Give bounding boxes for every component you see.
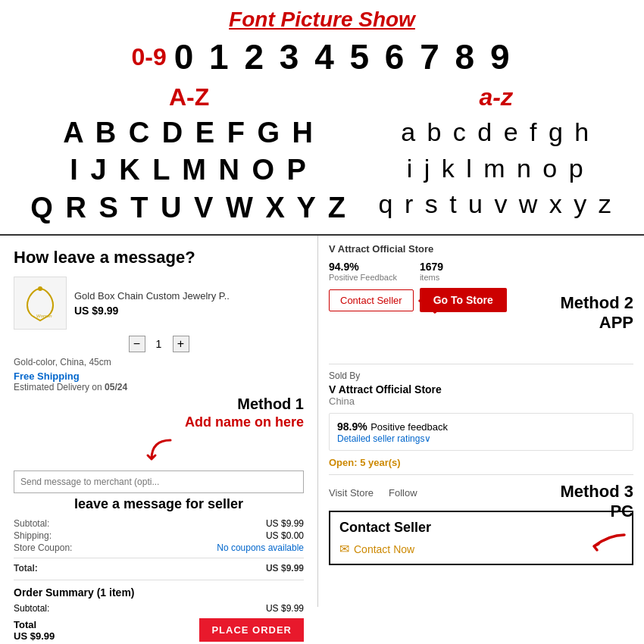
feedback-label: Positive Feedback xyxy=(329,273,397,282)
items-stat: 1679 items xyxy=(420,261,443,282)
leave-message-label: leave a message for seller xyxy=(14,496,304,512)
subtotal-row: Subtotal: US $9.99 xyxy=(14,518,304,529)
uppercase-label: A-Z xyxy=(30,83,348,111)
feedback-box-label: Positive feedback xyxy=(370,421,448,433)
digits-label: 0-9 xyxy=(131,43,166,71)
svg-text:Women: Women xyxy=(36,314,52,318)
order-details: Subtotal: US $9.99 Shipping: US $0.00 St… xyxy=(14,518,304,574)
items-count: 1679 xyxy=(420,261,443,273)
letters-section: A-Z A B C D E F G H I J K L M N O P Q R … xyxy=(15,83,629,227)
feedback-box-content: 98.9% Positive feedback xyxy=(337,420,625,433)
qty-increase-button[interactable]: + xyxy=(173,336,189,352)
uppercase-chars: A B C D E F G H I J K L M N O P Q R S T … xyxy=(30,114,348,227)
method1-title: Method 1 xyxy=(185,395,304,413)
summary-subtotal-row: Subtotal: US $9.99 xyxy=(14,603,304,614)
font-title: Font Picture Show xyxy=(15,8,629,32)
product-image: Women xyxy=(20,283,61,324)
right-panel: V Attract Official Store 94.9% Positive … xyxy=(318,236,644,607)
method2-area: Method 2 APP xyxy=(329,320,633,358)
coupon-row: Store Coupon: No coupons available xyxy=(14,542,304,553)
product-info: Gold Box Chain Custom Jewelry P.. US $9.… xyxy=(74,290,230,317)
method3-arrow xyxy=(564,527,639,558)
message-input[interactable] xyxy=(14,470,304,493)
method1-arrow xyxy=(14,436,304,470)
method2-title: Method 2 xyxy=(560,293,633,313)
shipping-row: Shipping: US $0.00 xyxy=(14,530,304,541)
qty-value: 1 xyxy=(152,338,167,350)
summary-total-row: Total US $9.99 PLACE ORDER xyxy=(14,618,304,642)
sold-by-section: Sold By V Attract Official Store China xyxy=(329,370,633,407)
summary-total-price: US $9.99 xyxy=(14,630,55,642)
lowercase-chars: a b c d e f g h i j k l m n o p q r s t … xyxy=(379,114,614,223)
store-name: V Attract Official Store xyxy=(329,243,633,255)
qty-decrease-button[interactable]: − xyxy=(129,336,145,352)
total-row: Total: US $9.99 xyxy=(14,563,304,574)
sold-by-title: Sold By xyxy=(329,370,633,381)
store-stats: 94.9% Positive Feedback 1679 items xyxy=(329,261,633,282)
lowercase-label: a-z xyxy=(379,83,614,111)
feedback-box: 98.9% Positive feedback Detailed seller … xyxy=(329,413,633,451)
visit-store-link[interactable]: Visit Store xyxy=(329,487,374,499)
lowercase-col: a-z a b c d e f g h i j k l m n o p q r … xyxy=(379,83,614,223)
email-icon: ✉ xyxy=(339,542,349,556)
how-title: How leave a message? xyxy=(14,248,304,267)
sold-by-store: V Attract Official Store xyxy=(329,383,633,395)
estimated-delivery: Estimated Delivery on 05/24 xyxy=(14,382,304,392)
svg-point-1 xyxy=(38,286,42,291)
method3-title: Method 3 xyxy=(560,482,633,502)
top-section: Font Picture Show 0-9 0 1 2 3 4 5 6 7 8 … xyxy=(0,0,644,236)
method2-subtitle: APP xyxy=(560,313,633,333)
method2-arrow xyxy=(359,297,450,335)
digits-chars: 0 1 2 3 4 5 6 7 8 9 xyxy=(174,36,513,77)
method1-subtitle: Add name on here xyxy=(185,414,304,430)
feedback-stat: 94.9% Positive Feedback xyxy=(329,261,397,282)
contact-now-link[interactable]: Contact Now xyxy=(354,543,414,555)
contact-seller-box: Contact Seller ✉ Contact Now xyxy=(329,511,633,565)
left-panel: How leave a message? Women Gold Box Chai… xyxy=(0,236,318,607)
uppercase-col: A-Z A B C D E F G H I J K L M N O P Q R … xyxy=(30,83,348,227)
quantity-row: − 1 + xyxy=(14,336,304,352)
product-name: Gold Box Chain Custom Jewelry P.. xyxy=(74,290,230,302)
summary-total-label: Total xyxy=(14,619,55,630)
feedback-box-pct: 98.9% xyxy=(337,420,367,433)
digits-row: 0-9 0 1 2 3 4 5 6 7 8 9 xyxy=(15,36,629,77)
order-summary-title: Order Summary (1 item) xyxy=(14,586,304,599)
open-years-value: 5 year(s) xyxy=(360,457,400,468)
variant-text: Gold-color, China, 45cm xyxy=(14,357,304,367)
delivery-date: 05/24 xyxy=(105,382,127,392)
free-shipping: Free Shipping xyxy=(14,370,304,382)
feedback-pct: 94.9% xyxy=(329,261,397,273)
items-label: items xyxy=(420,273,443,282)
follow-link[interactable]: Follow xyxy=(389,487,417,499)
open-years: Open: 5 year(s) xyxy=(329,457,633,468)
product-card: Women Gold Box Chain Custom Jewelry P.. … xyxy=(14,277,304,330)
detailed-ratings-link[interactable]: Detailed seller ratings∨ xyxy=(337,433,625,444)
order-summary: Order Summary (1 item) Subtotal: US $9.9… xyxy=(14,586,304,642)
bottom-section: How leave a message? Women Gold Box Chai… xyxy=(0,236,644,607)
place-order-button[interactable]: PLACE ORDER xyxy=(199,618,304,642)
product-thumbnail: Women xyxy=(14,277,67,330)
product-price: US $9.99 xyxy=(74,305,230,317)
sold-by-country: China xyxy=(329,395,633,407)
